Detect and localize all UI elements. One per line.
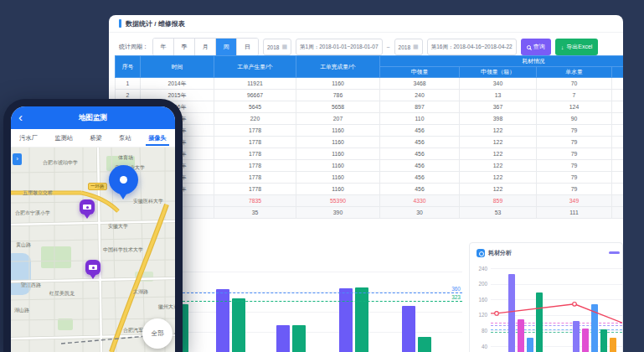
col-sub-4: 水量	[612, 67, 624, 78]
trend-line	[491, 268, 622, 352]
bar	[355, 287, 368, 352]
map-label: 望江西路	[21, 282, 41, 289]
report-table-body: 12014年11921116034683407025022015年9666778…	[116, 78, 624, 195]
table-row: 22015年96667786240137690	[116, 90, 624, 101]
table-row: 92022年177811604561227967	[116, 172, 624, 184]
download-icon: ↓	[561, 44, 564, 50]
year-end-select[interactable]: 2018 ▦	[394, 39, 423, 55]
chart-title-icon	[477, 249, 485, 257]
tab-1[interactable]: 污水厂	[19, 131, 38, 146]
tab-3[interactable]: 桥梁	[90, 131, 101, 146]
map-label: 合肥市琥珀中学	[43, 159, 78, 167]
back-icon[interactable]: ‹	[18, 109, 23, 126]
camera-glyph-icon	[89, 265, 97, 270]
col-sub-1: 申领量	[380, 67, 460, 78]
period-option[interactable]: 周	[216, 39, 237, 55]
table-row: 82021年177811604561227967	[116, 160, 624, 172]
road-badge: 一环路	[88, 183, 107, 190]
map-label: 体育场	[118, 154, 133, 162]
map-label: 湖山路	[14, 307, 29, 314]
phone-screen: ‹ 地图监测 污水厂监测站桥梁泵站摄像头	[11, 106, 175, 352]
bar	[232, 298, 245, 352]
export-excel-button[interactable]: ↓ 导出Excel	[555, 39, 599, 55]
selected-location-pin-icon[interactable]	[109, 165, 138, 194]
col-group-materials: 耗材情况	[380, 56, 624, 67]
col-index: 序号	[116, 56, 141, 78]
bar	[339, 288, 353, 352]
col-created: 工单产生量/个	[214, 56, 296, 78]
map-label: 太湖路	[133, 288, 148, 296]
materials-plot: 2402001601208040	[491, 268, 622, 352]
period-option[interactable]: 日	[237, 39, 258, 55]
tab-4[interactable]: 泵站	[119, 131, 131, 146]
table-row: 32016年56455658897367124129	[116, 101, 624, 113]
period-option[interactable]: 季	[174, 39, 195, 55]
bar	[402, 306, 415, 352]
bar	[276, 325, 290, 352]
y-tick: 80	[471, 328, 487, 334]
materials-chart-card: 耗材分析 2402001601208040	[469, 242, 623, 352]
period-option[interactable]: 年	[153, 39, 174, 55]
col-sub-2: 申领量（箱）	[460, 67, 537, 78]
range-end-input[interactable]: 第16周：2018-04-16~2018-04-22	[427, 39, 517, 55]
period-option[interactable]: 月	[195, 39, 216, 55]
map-label: 五里墩立交桥	[23, 189, 53, 197]
search-icon	[527, 45, 531, 49]
breadcrumb-bar: 数据统计 / 维修报表	[109, 15, 623, 33]
phone-tab-bar: 污水厂监测站桥梁泵站摄像头	[11, 129, 175, 148]
camera-pin-icon[interactable]	[85, 260, 100, 275]
calendar-icon: ▦	[281, 44, 287, 50]
col-sub-3: 单水量	[537, 67, 612, 78]
map-label: 红星美凯龙	[49, 290, 75, 298]
col-time: 时间	[141, 56, 214, 78]
map-view[interactable]: 体育场安徽农业大学合肥市琥珀中学五里墩立交桥安徽医科大学合肥市宁溪小学安徽大学黄…	[11, 148, 175, 352]
workorder-bar-chart: 360323	[174, 267, 462, 352]
average-row: 平均值 35 390 30 53 111 140	[116, 207, 624, 219]
reference-line: 360	[174, 292, 462, 293]
page: { "dashboard": { "breadcrumb": "数据统计 / 维…	[0, 0, 644, 352]
bar	[216, 289, 229, 352]
range-separator: ~	[387, 44, 390, 50]
map-label: 安徽大学	[108, 223, 128, 230]
map-label: 中国科学技术大学	[103, 246, 143, 254]
materials-legend-dash	[609, 251, 620, 254]
materials-chart-title: 耗材分析	[488, 249, 512, 257]
tab-2[interactable]: 监测站	[54, 131, 73, 146]
period-segment: 年季月周日	[152, 38, 259, 56]
col-completed: 工单完成量/个	[296, 56, 380, 78]
range-start-input[interactable]: 第1周：2018-01-01~2018-01-07	[296, 39, 382, 55]
y-tick: 120	[471, 312, 487, 318]
map-label: 合肥市宁溪小学	[15, 210, 50, 217]
report-table-wrap: 序号 时间 工单产生量/个 工单完成量/个 耗材情况 申领量 申领量（箱） 单水…	[115, 55, 623, 233]
total-row: 合计 7835 55390 4330 859 349 330	[116, 195, 624, 207]
show-all-button[interactable]: 全部	[142, 318, 173, 349]
table-row: 62019年177811604561227967	[116, 137, 624, 148]
year-start-select[interactable]: 2018 ▦	[263, 39, 291, 55]
period-label: 统计周期：	[119, 43, 148, 51]
phone-header: ‹ 地图监测	[11, 106, 175, 129]
camera-pin-icon[interactable]	[80, 199, 95, 215]
y-tick: 240	[471, 266, 487, 272]
phone-mockup: ‹ 地图监测 污水厂监测站桥梁泵站摄像头	[3, 99, 183, 352]
table-row: 42017年2202071103989019	[116, 113, 624, 125]
y-tick: 200	[471, 281, 487, 287]
materials-chart-title-row: 耗材分析	[477, 249, 512, 257]
tab-5[interactable]: 摄像头	[148, 131, 167, 146]
breadcrumb-accent	[119, 19, 121, 28]
map-label: 徽州大道	[158, 303, 175, 311]
report-table: 序号 时间 工单产生量/个 工单完成量/个 耗材情况 申领量 申领量（箱） 单水…	[115, 55, 623, 219]
reference-line: 323	[174, 301, 462, 302]
dashboard-card: 数据统计 / 维修报表 统计周期： 年季月周日 2018 ▦ 第1周：2018-…	[109, 15, 623, 352]
filter-bar: 统计周期： 年季月周日 2018 ▦ 第1周：2018-01-01~2018-0…	[119, 37, 598, 57]
camera-glyph-icon	[83, 204, 91, 210]
query-button[interactable]: 查询	[521, 39, 551, 55]
bar	[292, 325, 306, 352]
y-tick: 40	[471, 344, 487, 349]
expand-icon[interactable]: ›	[13, 153, 22, 165]
table-row: 52018年177811604561227967	[116, 125, 624, 137]
map-label: 安徽医科大学	[133, 198, 163, 205]
map-label: 黄山路	[16, 241, 31, 249]
table-row: 72020年177811604561227967	[116, 148, 624, 160]
calendar-icon: ▦	[413, 44, 419, 50]
phone-title: 地图监测	[79, 113, 107, 123]
